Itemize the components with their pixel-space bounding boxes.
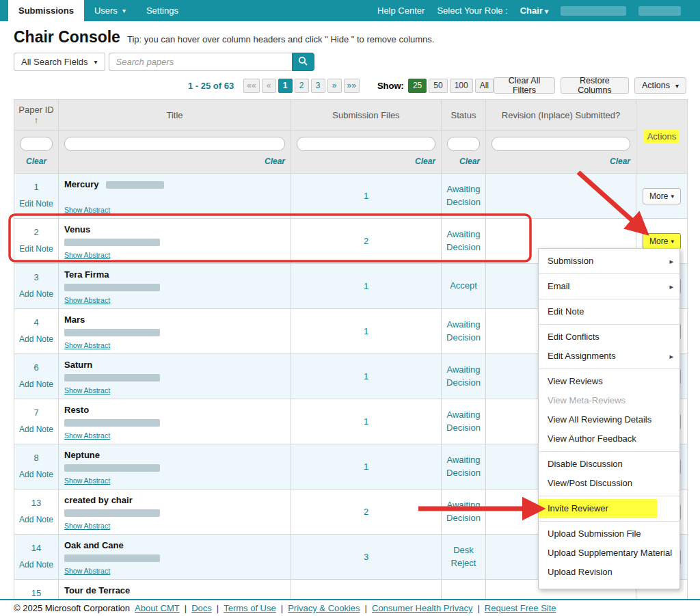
menu-item-view-author-feedback[interactable]: View Author Feedback bbox=[539, 429, 679, 448]
note-link[interactable]: Add Note bbox=[15, 560, 57, 570]
column-header-revision[interactable]: Revision (Inplace) Submitted? bbox=[486, 100, 636, 131]
note-link[interactable]: Edit Note bbox=[15, 199, 57, 209]
show-abstract-link[interactable]: Show Abstract bbox=[64, 386, 110, 394]
files-count-link[interactable]: 1 bbox=[364, 371, 368, 381]
clear-filter-revision[interactable]: Clear bbox=[492, 157, 630, 166]
pagination-button-6[interactable]: » bbox=[327, 79, 342, 93]
menu-item-edit-conflicts[interactable]: Edit Conflicts bbox=[539, 327, 679, 347]
clear-filter-title[interactable]: Clear bbox=[64, 157, 285, 166]
nav-tab-submissions[interactable]: Submissions bbox=[8, 0, 84, 21]
pagination-button-2[interactable]: « bbox=[262, 79, 276, 93]
clear-filter-status[interactable]: Clear bbox=[447, 157, 480, 166]
footer-link-privacy-cookies[interactable]: Privacy & Cookies bbox=[288, 603, 360, 613]
note-link[interactable]: Add Note bbox=[15, 425, 57, 434]
search-button[interactable] bbox=[292, 53, 314, 71]
menu-item-invite-reviewer[interactable]: Invite Reviewer bbox=[539, 499, 679, 518]
paper-id-link[interactable]: 7 bbox=[33, 407, 38, 418]
column-header-submission-files[interactable]: Submission Files bbox=[291, 100, 442, 131]
menu-item-view-post-discussion[interactable]: View/Post Discussion bbox=[539, 474, 679, 493]
column-header-title[interactable]: Title bbox=[59, 100, 291, 131]
restore-columns-button[interactable]: Restore Columns bbox=[561, 77, 629, 94]
menu-item-upload-submission-file[interactable]: Upload Submission File bbox=[539, 524, 679, 544]
paper-id-link[interactable]: 6 bbox=[33, 362, 38, 373]
show-abstract-link[interactable]: Show Abstract bbox=[64, 567, 110, 575]
files-count-link[interactable]: 1 bbox=[364, 461, 368, 472]
menu-item-disable-discussion[interactable]: Disable Discussion bbox=[539, 455, 679, 474]
paper-id-link[interactable]: 2 bbox=[33, 227, 38, 237]
footer-link-request-free-site[interactable]: Request Free Site bbox=[485, 603, 556, 613]
filter-input-status[interactable] bbox=[447, 137, 480, 151]
redacted-authors bbox=[64, 374, 160, 381]
files-count-link[interactable]: 2 bbox=[364, 236, 368, 246]
role-dropdown[interactable]: Chair▾ bbox=[520, 5, 548, 16]
paper-id-link[interactable]: 4 bbox=[33, 317, 38, 327]
pagination-button-7[interactable]: »» bbox=[344, 79, 360, 93]
paper-id-link[interactable]: 1 bbox=[33, 182, 38, 192]
help-center-link[interactable]: Help Center bbox=[377, 5, 425, 16]
note-link[interactable]: Add Note bbox=[15, 379, 57, 389]
paper-id-link[interactable]: 3 bbox=[33, 272, 38, 282]
footer-link-docs[interactable]: Docs bbox=[191, 603, 212, 613]
paper-id-link[interactable]: 14 bbox=[31, 543, 41, 553]
filter-input-paper-id[interactable] bbox=[20, 137, 53, 151]
show-option-25[interactable]: 25 bbox=[408, 79, 427, 93]
nav-tab-users[interactable]: Users▾ bbox=[84, 0, 136, 21]
show-abstract-link[interactable]: Show Abstract bbox=[64, 477, 110, 485]
menu-item-submission[interactable]: Submission▸ bbox=[539, 252, 679, 271]
show-abstract-link[interactable]: Show Abstract bbox=[64, 522, 110, 530]
filter-input-title[interactable] bbox=[64, 137, 285, 151]
show-option-all[interactable]: All bbox=[475, 79, 494, 93]
pagination-button-1[interactable]: «« bbox=[243, 79, 259, 93]
show-abstract-link[interactable]: Show Abstract bbox=[64, 206, 110, 214]
more-button[interactable]: More▾ bbox=[643, 233, 681, 250]
show-option-100[interactable]: 100 bbox=[450, 79, 473, 93]
menu-item-email[interactable]: Email▸ bbox=[539, 277, 679, 296]
paper-id-link[interactable]: 13 bbox=[31, 498, 41, 508]
column-header-paper-id[interactable]: Paper ID ↑ bbox=[14, 100, 59, 131]
files-count-link[interactable]: 1 bbox=[364, 326, 368, 336]
show-abstract-link[interactable]: Show Abstract bbox=[64, 431, 110, 440]
footer-link-consumer-health-privacy[interactable]: Consumer Health Privacy bbox=[372, 603, 472, 613]
submission-files-cell: 3 bbox=[291, 535, 442, 580]
menu-item-upload-revision[interactable]: Upload Revision bbox=[539, 563, 679, 582]
column-header-status[interactable]: Status bbox=[442, 100, 486, 131]
note-link[interactable]: Add Note bbox=[15, 515, 57, 524]
menu-item-view-meta-reviews[interactable]: View Meta-Reviews bbox=[539, 391, 679, 410]
actions-dropdown-button[interactable]: Actions▾ bbox=[634, 77, 686, 94]
pagination-button-4[interactable]: 2 bbox=[295, 79, 309, 93]
show-option-50[interactable]: 50 bbox=[429, 79, 447, 93]
search-input[interactable] bbox=[109, 53, 292, 71]
note-link[interactable]: Edit Note bbox=[15, 244, 57, 254]
menu-item-view-reviews[interactable]: View Reviews bbox=[539, 372, 679, 391]
clear-filter-paper-id[interactable]: Clear bbox=[20, 157, 53, 166]
filter-input-revision[interactable] bbox=[492, 137, 630, 151]
menu-item-upload-supplementary-material[interactable]: Upload Supplementary Material bbox=[539, 544, 679, 563]
menu-item-view-all-reviewing-details[interactable]: View All Reviewing Details bbox=[539, 410, 679, 429]
clear-filter-files[interactable]: Clear bbox=[297, 157, 435, 166]
filter-input-files[interactable] bbox=[297, 137, 435, 151]
paper-id-link[interactable]: 15 bbox=[31, 588, 41, 598]
files-count-link[interactable]: 1 bbox=[364, 191, 368, 201]
clear-all-filters-button[interactable]: Clear All Filters bbox=[494, 77, 555, 94]
more-button[interactable]: More▾ bbox=[643, 188, 681, 204]
show-abstract-link[interactable]: Show Abstract bbox=[64, 296, 110, 304]
note-link[interactable]: Add Note bbox=[15, 289, 57, 299]
footer-link-terms-of-use[interactable]: Terms of Use bbox=[224, 603, 276, 613]
column-header-actions[interactable]: Actions bbox=[636, 100, 688, 174]
show-abstract-link[interactable]: Show Abstract bbox=[64, 251, 110, 259]
files-count-link[interactable]: 1 bbox=[364, 416, 368, 427]
menu-item-edit-assignments[interactable]: Edit Assignments▸ bbox=[539, 347, 679, 366]
note-link[interactable]: Add Note bbox=[15, 334, 57, 344]
pagination-button-5[interactable]: 3 bbox=[311, 79, 325, 93]
files-count-link[interactable]: 3 bbox=[364, 552, 368, 562]
search-fields-dropdown[interactable]: All Search Fields▾ bbox=[14, 53, 105, 71]
show-abstract-link[interactable]: Show Abstract bbox=[64, 341, 110, 349]
note-link[interactable]: Add Note bbox=[15, 470, 57, 479]
files-count-link[interactable]: 1 bbox=[364, 281, 368, 291]
files-count-link[interactable]: 2 bbox=[364, 507, 368, 517]
paper-id-link[interactable]: 8 bbox=[33, 453, 38, 463]
pagination-button-3[interactable]: 1 bbox=[278, 79, 293, 93]
footer-link-about-cmt[interactable]: About CMT bbox=[135, 603, 180, 613]
menu-item-edit-note[interactable]: Edit Note bbox=[539, 302, 679, 321]
nav-tab-settings[interactable]: Settings bbox=[136, 0, 189, 21]
